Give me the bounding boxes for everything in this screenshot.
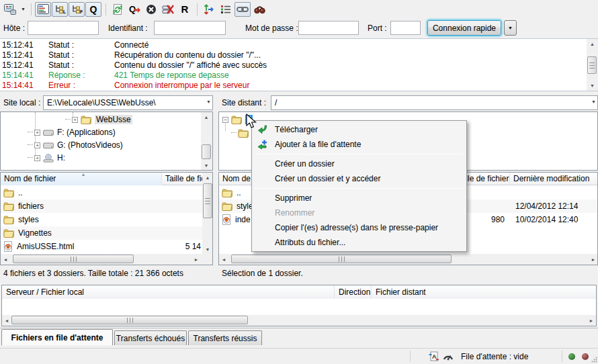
scroll-right-arrow[interactable]: ► [587, 315, 596, 326]
toolbar-separator [197, 3, 198, 15]
disconnect-button[interactable] [160, 2, 176, 17]
filter-button[interactable] [251, 2, 267, 17]
quickconnect-dropdown-button[interactable]: ▼ [504, 20, 517, 36]
quickconnect-bar: Hôte : Identifiant : Mot de passe : Port… [0, 18, 598, 38]
queue-column-remote[interactable]: Fichier distant [372, 285, 596, 299]
synchronized-browsing-button[interactable] [234, 2, 251, 17]
speed-limits-icon[interactable] [443, 352, 454, 361]
password-input[interactable] [298, 21, 359, 35]
collapse-icon[interactable]: − [222, 117, 228, 123]
queue-toggle-button[interactable]: Q [85, 2, 101, 17]
site-manager-button[interactable] [2, 2, 18, 17]
tree-item-drive-g[interactable]: + G: (PhotosVideos) [28, 139, 123, 151]
host-label: Hôte : [3, 24, 25, 33]
expand-icon[interactable]: + [72, 117, 78, 123]
tab-label: Transferts réussis [194, 334, 257, 343]
process-queue-button[interactable]: Q [126, 2, 142, 17]
menu-item-label: Créer un dossier et y accéder [275, 174, 380, 183]
site-manager-dropdown-icon[interactable]: ▼ [19, 2, 28, 17]
disconnect-icon [162, 4, 174, 15]
host-input[interactable] [28, 21, 99, 35]
tree-item-webusse[interactable]: + WebUsse [65, 113, 132, 126]
tab-failed-transfers[interactable]: Transferts échoués [114, 330, 187, 345]
menu-item-delete[interactable]: Supprimer [253, 191, 465, 206]
scroll-up-arrow[interactable]: ▲ [202, 173, 213, 182]
scrollbar-thumb[interactable] [203, 183, 212, 218]
file-row[interactable]: .. [1, 186, 202, 199]
scrollbar-thumb[interactable] [13, 255, 134, 263]
local-path-combobox[interactable]: E:\VieLocale\USSE\WebUsse\ ▼ [43, 95, 213, 110]
tab-successful-transfers[interactable]: Transferts réussis [188, 330, 262, 345]
menu-item-create-directory[interactable]: Créer un dossier [253, 156, 465, 171]
reconnect-button[interactable]: R [177, 2, 193, 17]
expand-icon[interactable]: + [34, 130, 40, 136]
transfer-type-icon[interactable]: A [429, 351, 439, 362]
log-scrollbar[interactable]: ▲ ▼ [587, 39, 598, 91]
scrollbar-thumb[interactable] [202, 144, 211, 159]
scroll-left-arrow[interactable]: ◄ [219, 254, 228, 265]
expand-icon[interactable]: + [34, 142, 40, 148]
scroll-left-arrow[interactable]: ◄ [1, 254, 10, 265]
tree-item-drive-f[interactable]: + F: (Applications) [28, 126, 116, 138]
local-tree-scrollbar[interactable]: ▲ ▼ [201, 112, 212, 170]
menu-separator [255, 188, 464, 189]
column-header-modified[interactable]: Dernière modification [510, 173, 598, 185]
file-row[interactable]: Vignettes [1, 226, 202, 240]
menu-item-copy-url[interactable]: Copier l'(es) adresse(s) dans le presse-… [253, 220, 465, 235]
log-row: 15:12:41Statut :Contenu du dossier "/" a… [0, 60, 598, 71]
menu-item-file-attributes[interactable]: Attributs du fichier... [253, 235, 465, 250]
local-tree-toggle-icon: L [54, 4, 66, 14]
remote-tree-toggle-button[interactable]: F [69, 2, 85, 17]
cancel-icon [146, 4, 157, 15]
scroll-up-arrow[interactable]: ▲ [201, 112, 212, 122]
scrollbar-thumb[interactable] [231, 255, 452, 263]
scroll-left-arrow[interactable]: ◄ [2, 315, 11, 326]
queue-hscrollbar[interactable]: ◄ ► [2, 315, 596, 326]
scrollbar-thumb[interactable] [587, 56, 597, 74]
local-tree-toggle-button[interactable]: L [52, 2, 68, 17]
username-input[interactable] [154, 21, 226, 35]
remote-path-value: / [275, 98, 277, 107]
tab-queued-files[interactable]: Fichiers en file d'attente [1, 329, 113, 345]
remote-list-hscrollbar[interactable]: ◄ ► [219, 254, 598, 265]
resize-grip[interactable] [591, 357, 597, 363]
file-row[interactable]: fichiers [1, 199, 202, 213]
port-input[interactable] [390, 21, 421, 35]
queue-column-direction[interactable]: Direction [335, 285, 372, 299]
scroll-down-arrow[interactable]: ▼ [202, 244, 213, 254]
chevron-down-icon[interactable]: ▼ [591, 99, 596, 104]
refresh-icon [112, 4, 123, 15]
scroll-down-arrow[interactable]: ▼ [201, 161, 212, 170]
local-list-vscrollbar[interactable]: ▲ ▼ [202, 173, 213, 254]
scroll-down-arrow[interactable]: ▼ [587, 81, 598, 91]
file-row[interactable]: styles [1, 213, 202, 226]
menu-item-label: Télécharger [275, 125, 318, 134]
chevron-down-icon[interactable]: ▼ [206, 99, 211, 104]
local-status-text: 4 fichiers et 3 dossiers. Taille totale … [3, 269, 183, 281]
file-row[interactable]: AmisUSSE.html 5 14 [1, 240, 202, 253]
cancel-button[interactable] [143, 2, 159, 17]
quickconnect-button[interactable]: Connexion rapide [427, 20, 501, 36]
file-name: Vignettes [18, 228, 52, 238]
tree-item-label: WebUsse [95, 115, 132, 124]
sort-ascending-icon: ▲ [81, 173, 86, 177]
refresh-button[interactable] [110, 2, 126, 17]
message-log-toggle-button[interactable] [35, 2, 51, 17]
expand-icon[interactable]: + [34, 155, 40, 161]
menu-item-download[interactable]: Télécharger [253, 122, 465, 137]
directory-comparison-button[interactable] [201, 2, 217, 17]
scroll-right-arrow[interactable]: ► [191, 254, 201, 265]
directory-comparison-icon [203, 4, 215, 15]
column-header-name[interactable]: ▲Nom de fichier [1, 173, 162, 185]
menu-item-create-directory-and-enter[interactable]: Créer un dossier et y accéder [253, 171, 465, 186]
directory-listing-button[interactable] [218, 2, 234, 17]
local-list-hscrollbar[interactable]: ◄ ► [1, 254, 213, 265]
queue-column-local[interactable]: Serveur / Fichier local [2, 285, 335, 299]
tree-item-drive-h[interactable]: + H: [28, 152, 65, 164]
file-name: AmisUSSE.html [17, 242, 74, 251]
remote-path-combobox[interactable]: / ▼ [271, 95, 598, 110]
menu-item-add-to-queue[interactable]: Ajouter à la file d'attente [253, 137, 465, 152]
scroll-up-arrow[interactable]: ▲ [587, 39, 598, 49]
scrollbar-thumb[interactable] [11, 316, 248, 324]
scroll-right-arrow[interactable]: ► [589, 254, 598, 265]
